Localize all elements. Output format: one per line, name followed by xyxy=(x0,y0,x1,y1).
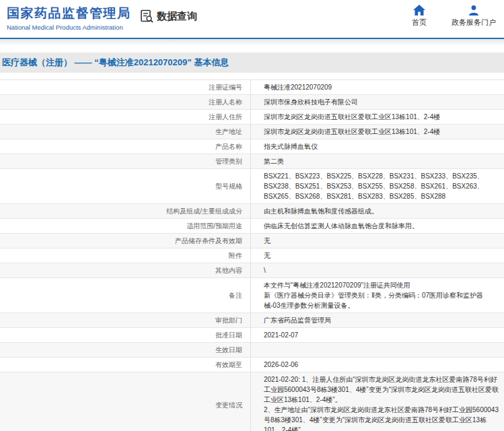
row-value: BSX221、BSX223、BSX225、BSX228、BSX231、BSX23… xyxy=(251,169,504,203)
row-label: 生产地址 xyxy=(0,125,251,139)
table-row-storage: 产品储存条件及有效期 无 xyxy=(0,234,504,248)
row-value: 广东省药品监督管理局 xyxy=(251,313,504,327)
row-label: 产品名称 xyxy=(0,139,251,154)
row-label: 结构及组成/主要组成成分 xyxy=(0,204,251,218)
table-row-approval-date: 批准日期 2021-02-07 xyxy=(0,328,504,343)
nav-portal[interactable]: 政务服务门户 xyxy=(452,5,496,28)
nav-home[interactable]: 首页 xyxy=(406,5,433,28)
row-value: 粤械注准20212070209 xyxy=(251,80,504,94)
row-value: 深圳市龙岗区龙岗街道五联社区爱联工业区13栋101、2-4楼 xyxy=(251,110,504,124)
user-icon xyxy=(468,5,480,15)
row-label: 注册人住所 xyxy=(0,110,251,124)
table-row-attachment: 附件 无 xyxy=(0,248,504,263)
info-table: 注册证编号 粤械注准20212070209 注册人名称 深圳市保身欣科技电子有限… xyxy=(0,79,504,431)
row-label: 型号规格 xyxy=(0,169,251,203)
nav-home-label: 首页 xyxy=(412,18,427,28)
row-value: 第二类 xyxy=(251,154,504,168)
row-label: 适用范围/预期用途 xyxy=(0,219,251,233)
logo-title-en: National Medical Products Administration xyxy=(7,24,131,31)
logo-title-cn: 国家药品监督管理局 xyxy=(7,5,131,22)
row-value: 由主机和脉搏血氧饱和度传感器组成。 xyxy=(251,204,504,218)
row-label: 注册人名称 xyxy=(0,95,251,109)
row-value: \ xyxy=(251,263,504,277)
nmpa-logo[interactable]: 国家药品监督管理局 National Medical Products Admi… xyxy=(7,5,131,31)
data-query-label: 数据查询 xyxy=(157,10,197,23)
page-title-bar: 医疗器械（注册） —— “粤械注准20212070209” 基本信息 xyxy=(0,53,504,73)
row-label: 审批部门 xyxy=(0,313,251,327)
row-value: 深圳市龙岗区龙岗街道五联社区爱联工业区13栋101、2-4楼 xyxy=(251,125,504,139)
header-nav: 首页 政务服务门户 xyxy=(406,5,496,28)
row-label: 产品储存条件及有效期 xyxy=(0,234,251,248)
row-value: 无 xyxy=(251,248,504,263)
table-row-reg-number: 注册证编号 粤械注准20212070209 xyxy=(0,80,504,95)
row-label: 批准日期 xyxy=(0,328,251,342)
row-label: 变更情况 xyxy=(0,372,251,431)
page-title: 医疗器械（注册） —— “粤械注准20212070209” 基本信息 xyxy=(2,57,229,69)
row-label: 生效日期 xyxy=(0,343,251,357)
header-shadow xyxy=(0,39,504,46)
table-row-production-address: 生产地址 深圳市龙岗区龙岗街道五联社区爱联工业区13栋101、2-4楼 xyxy=(0,125,504,139)
table-row-product-name: 产品名称 指夹式脉搏血氧仪 xyxy=(0,139,504,154)
row-value: 指夹式脉搏血氧仪 xyxy=(251,139,504,154)
row-label: 有效期至 xyxy=(0,358,251,372)
table-row-change-history: 变更情况 2021-02-20: 1、注册人住所由“深圳市龙岗区龙岗街道龙东社区… xyxy=(0,372,504,431)
row-label: 附件 xyxy=(0,248,251,263)
row-value: 2021-02-20: 1、注册人住所由“深圳市龙岗区龙岗街道龙东社区爱南路78… xyxy=(251,372,504,431)
table-row-model-spec: 型号规格 BSX221、BSX223、BSX225、BSX228、BSX231、… xyxy=(0,169,504,204)
site-header: 国家药品监督管理局 National Medical Products Admi… xyxy=(0,0,504,38)
table-row-intended-use: 适用范围/预期用途 供临床无创估算监测人体动脉血氧饱合度和脉率用。 xyxy=(0,219,504,234)
table-row-effective-date: 生效日期 xyxy=(0,343,504,358)
row-label: 注册证编号 xyxy=(0,80,251,94)
nav-portal-label: 政务服务门户 xyxy=(452,18,496,28)
table-row-other-content: 其他内容 \ xyxy=(0,263,504,278)
row-value xyxy=(251,343,504,357)
table-row-composition: 结构及组成/主要组成成分 由主机和脉搏血氧饱和度传感器组成。 xyxy=(0,204,504,219)
table-row-remarks: 备注 本文件与“粤械注准20212070209”注册证共同使用 新《医疗器械分类… xyxy=(0,278,504,313)
document-search-icon xyxy=(139,9,154,24)
table-row-approval-dept: 审批部门 广东省药品监督管理局 xyxy=(0,313,504,328)
row-label: 其他内容 xyxy=(0,263,251,277)
table-row-registrant-address: 注册人住所 深圳市龙岗区龙岗街道五联社区爱联工业区13栋101、2-4楼 xyxy=(0,110,504,125)
table-row-expiry-date: 有效期至 2026-02-06 xyxy=(0,358,504,372)
row-label: 备注 xyxy=(0,278,251,312)
row-value: 深圳市保身欣科技电子有限公司 xyxy=(251,95,504,109)
row-value: 无 xyxy=(251,234,504,248)
home-icon xyxy=(413,5,425,15)
table-row-registrant-name: 注册人名称 深圳市保身欣科技电子有限公司 xyxy=(0,95,504,110)
data-query-nav[interactable]: 数据查询 xyxy=(139,9,197,24)
row-value: 2026-02-06 xyxy=(251,358,504,372)
row-label: 管理类别 xyxy=(0,154,251,168)
row-value: 供临床无创估算监测人体动脉血氧饱合度和脉率用。 xyxy=(251,219,504,233)
row-value: 本文件与“粤械注准20212070209”注册证共同使用 新《医疗器械分类目录》… xyxy=(251,278,504,312)
table-row-management-class: 管理类别 第二类 xyxy=(0,154,504,169)
row-value: 2021-02-07 xyxy=(251,328,504,342)
